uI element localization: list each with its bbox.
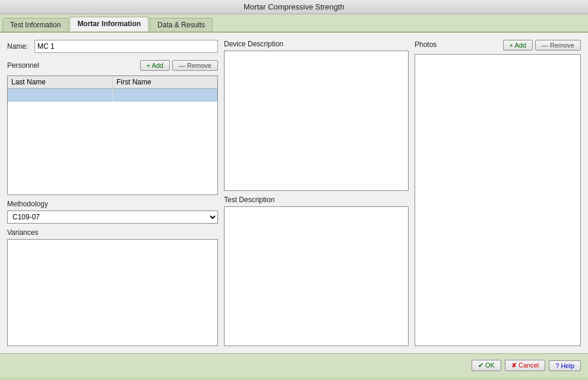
- photos-add-button[interactable]: + Add: [503, 40, 533, 51]
- methodology-label: Methodology: [7, 200, 218, 208]
- photos-remove-button[interactable]: — Remove: [535, 40, 581, 51]
- test-description-group: Test Description: [224, 196, 409, 347]
- device-description-label: Device Description: [224, 40, 409, 48]
- name-input[interactable]: [34, 40, 218, 53]
- bottom-bar: ✔ OK ✘ Cancel ? Help: [0, 353, 588, 377]
- tab-mortar-information[interactable]: Mortar Information: [69, 17, 148, 32]
- cell-last-name: [8, 89, 113, 102]
- window-title: Mortar Compressive Strength: [244, 2, 344, 11]
- name-label: Name:: [7, 42, 31, 51]
- cell-first-name: [113, 89, 217, 102]
- personnel-add-button[interactable]: + Add: [140, 60, 170, 71]
- right-panel: Device Description Test Description Phot…: [224, 40, 581, 346]
- left-panel: Name: Personnel + Add — Remove Last Name…: [7, 40, 218, 346]
- help-button[interactable]: ? Help: [549, 360, 581, 371]
- photos-area: [415, 54, 581, 346]
- photos-section: Photos + Add — Remove: [415, 40, 581, 346]
- table-header: Last Name First Name: [8, 76, 217, 89]
- variances-textarea[interactable]: [7, 239, 218, 347]
- main-content: Name: Personnel + Add — Remove Last Name…: [0, 33, 588, 353]
- methodology-select[interactable]: C109-07: [7, 211, 218, 224]
- ok-button[interactable]: ✔ OK: [472, 360, 501, 371]
- col-first-name: First Name: [113, 76, 217, 88]
- methodology-group: Methodology C109-07: [7, 200, 218, 224]
- personnel-header: Personnel + Add — Remove: [7, 60, 218, 71]
- personnel-remove-button[interactable]: — Remove: [172, 60, 218, 71]
- test-description-label: Test Description: [224, 196, 409, 204]
- middle-section: Device Description Test Description: [224, 40, 409, 346]
- variances-label: Variances: [7, 228, 218, 237]
- tab-test-information[interactable]: Test Information: [2, 18, 68, 32]
- photos-header: Photos + Add — Remove: [415, 40, 581, 51]
- device-description-group: Device Description: [224, 40, 409, 191]
- personnel-table: Last Name First Name: [7, 76, 218, 195]
- col-last-name: Last Name: [8, 76, 113, 88]
- cancel-button[interactable]: ✘ Cancel: [505, 360, 545, 371]
- test-description-textarea[interactable]: [224, 206, 409, 347]
- personnel-buttons: + Add — Remove: [140, 60, 218, 71]
- tab-data-results[interactable]: Data & Results: [150, 18, 213, 32]
- title-bar: Mortar Compressive Strength: [0, 0, 588, 14]
- photos-label: Photos: [415, 40, 437, 49]
- photos-buttons: + Add — Remove: [503, 40, 581, 51]
- variances-group: Variances: [7, 228, 218, 347]
- table-row-selected[interactable]: [8, 89, 217, 102]
- name-row: Name:: [7, 40, 218, 53]
- device-description-textarea[interactable]: [224, 51, 409, 191]
- personnel-label: Personnel: [7, 61, 39, 70]
- tab-bar: Test Information Mortar Information Data…: [0, 14, 588, 33]
